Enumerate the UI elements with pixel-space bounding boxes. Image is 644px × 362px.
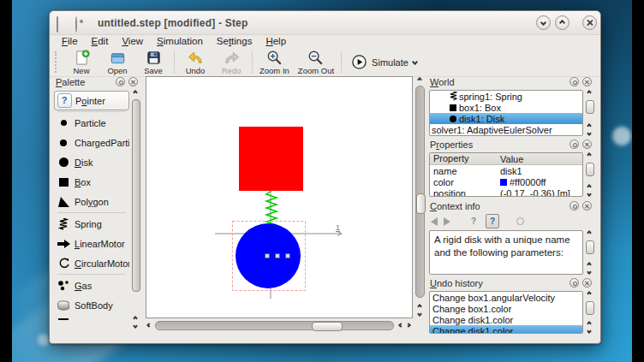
- close-button[interactable]: [582, 15, 597, 30]
- world-item-spring1[interactable]: spring1: Spring: [430, 91, 582, 102]
- panel-detach-icon[interactable]: [569, 278, 579, 288]
- scrollbar-thumb[interactable]: [416, 193, 426, 214]
- scroll-up-icon[interactable]: [587, 230, 592, 235]
- world-item-solver1[interactable]: solver1: AdaptiveEulerSolver: [430, 124, 582, 135]
- menu-edit[interactable]: Edit: [85, 35, 116, 47]
- scrollbar-thumb[interactable]: [586, 163, 594, 176]
- property-row-name[interactable]: name disk1: [430, 165, 582, 176]
- menu-simulation[interactable]: Simulation: [150, 35, 210, 47]
- undo-item[interactable]: Change box1.angularVelocity: [430, 292, 582, 303]
- scrollbar-thumb[interactable]: [312, 322, 343, 331]
- scroll-up-icon[interactable]: [587, 90, 592, 95]
- panel-detach-icon[interactable]: [569, 201, 579, 211]
- canvas-hscrollbar[interactable]: [146, 320, 413, 331]
- scroll-up-icon[interactable]: [133, 90, 138, 95]
- palette-item-box[interactable]: Box: [54, 172, 129, 192]
- panel-detach-icon[interactable]: [569, 139, 579, 149]
- world-scrollbar[interactable]: [585, 90, 596, 137]
- help-active-icon[interactable]: ?: [486, 214, 499, 228]
- palette-scrollbar[interactable]: [131, 91, 142, 330]
- scroll-down-icon[interactable]: [587, 270, 592, 275]
- zoom-out-button[interactable]: Zoom Out: [294, 48, 338, 76]
- toolbar-handle[interactable]: [55, 51, 62, 73]
- scroll-left-icon[interactable]: [146, 323, 152, 328]
- property-row-color[interactable]: color #ff0000ff: [430, 176, 582, 187]
- palette-item-particle[interactable]: Particle: [54, 113, 129, 133]
- disk-handle[interactable]: [286, 254, 290, 258]
- scroll-up-icon[interactable]: [417, 77, 422, 82]
- disk-handle[interactable]: [265, 254, 270, 258]
- scrollbar-track[interactable]: [155, 321, 394, 330]
- scrollbar-thumb[interactable]: [586, 301, 594, 315]
- scroll-down-icon[interactable]: [133, 323, 138, 329]
- panel-close-icon[interactable]: [582, 201, 592, 211]
- undo-item[interactable]: Change box1.color: [430, 303, 582, 314]
- panel-close-icon[interactable]: [128, 77, 138, 86]
- forward-arrow-icon[interactable]: [444, 217, 450, 226]
- palette-item-chargedparticle[interactable]: ChargedParticle: [54, 133, 129, 152]
- minimize-button[interactable]: [536, 15, 551, 30]
- properties-scrollbar[interactable]: [585, 152, 596, 198]
- scroll-up-icon[interactable]: [587, 184, 592, 189]
- scrollbar-thumb[interactable]: [132, 99, 140, 292]
- save-button[interactable]: Save: [135, 48, 171, 76]
- zoom-in-button[interactable]: Zoom In: [255, 48, 294, 76]
- menu-file[interactable]: File: [55, 35, 85, 47]
- palette-item-linearmotor[interactable]: LinearMotor: [54, 234, 129, 253]
- maximize-button[interactable]: [555, 15, 569, 30]
- titlebar[interactable]: untitled.step [modified] - Step: [50, 11, 600, 35]
- palette-item-pointer[interactable]: ? Pointer: [54, 91, 129, 110]
- scroll-left-icon[interactable]: [398, 323, 403, 328]
- help-icon[interactable]: ?: [468, 215, 480, 228]
- world-item-disk1[interactable]: disk1: Disk: [430, 113, 582, 124]
- scroll-up-icon[interactable]: [587, 321, 592, 326]
- palette-item-gas[interactable]: Gas: [54, 276, 129, 295]
- undo-scrollbar[interactable]: [585, 291, 596, 335]
- undo-item[interactable]: Change disk1.color: [430, 314, 582, 325]
- panel-detach-icon[interactable]: [116, 77, 125, 86]
- panel-close-icon[interactable]: [582, 77, 592, 86]
- world-item-box1[interactable]: box1: Box: [430, 102, 582, 113]
- undo-item-current[interactable]: Change disk1.color: [430, 325, 582, 334]
- palette-item-disk[interactable]: Disk: [54, 152, 129, 172]
- palette-item-spring[interactable]: Spring: [54, 214, 129, 234]
- scroll-down-icon[interactable]: [587, 131, 592, 136]
- scroll-up-icon[interactable]: [587, 123, 592, 128]
- menu-help[interactable]: Help: [259, 35, 293, 47]
- scroll-up-icon[interactable]: [417, 304, 422, 309]
- scene-box1[interactable]: [239, 127, 303, 191]
- scroll-down-icon[interactable]: [417, 312, 422, 317]
- panel-close-icon[interactable]: [582, 139, 592, 149]
- palette-item-softbody[interactable]: SoftBody: [54, 295, 129, 315]
- open-button[interactable]: Open: [99, 48, 135, 76]
- redo-button[interactable]: Redo: [213, 48, 249, 76]
- menu-settings[interactable]: Settings: [210, 35, 259, 47]
- scroll-down-icon[interactable]: [587, 329, 592, 334]
- property-row-position[interactable]: position (-0.17, -0.36) [m]: [430, 187, 582, 197]
- menu-view[interactable]: View: [115, 35, 150, 47]
- back-arrow-icon[interactable]: [431, 217, 438, 226]
- scrollbar-thumb[interactable]: [586, 100, 594, 114]
- scroll-up-icon[interactable]: [587, 262, 592, 267]
- scene-canvas[interactable]: 1: [146, 76, 413, 318]
- panel-close-icon[interactable]: [582, 278, 592, 288]
- disk-handle[interactable]: [276, 254, 280, 258]
- window-menu-icon[interactable]: [75, 17, 87, 29]
- panel-detach-icon[interactable]: [569, 77, 579, 86]
- palette-item-partial[interactable]: [54, 315, 129, 320]
- palette-item-circularmotor[interactable]: CircularMotor: [54, 253, 129, 273]
- scrollbar-track[interactable]: [415, 86, 425, 298]
- scroll-right-icon[interactable]: [406, 323, 411, 328]
- undo-button[interactable]: Undo: [177, 48, 213, 76]
- scroll-up-icon[interactable]: [133, 316, 138, 321]
- scrollbar-thumb[interactable]: [586, 240, 594, 254]
- record-icon[interactable]: [516, 217, 524, 225]
- app-icon[interactable]: [57, 17, 69, 29]
- context-scrollbar[interactable]: [585, 230, 596, 276]
- scroll-down-icon[interactable]: [587, 192, 592, 197]
- new-button[interactable]: New: [63, 48, 99, 76]
- scroll-up-icon[interactable]: [587, 152, 592, 157]
- simulate-button[interactable]: Simulate: [344, 48, 424, 76]
- palette-item-polygon[interactable]: Polygon: [54, 192, 129, 211]
- canvas-vscrollbar[interactable]: [414, 76, 426, 318]
